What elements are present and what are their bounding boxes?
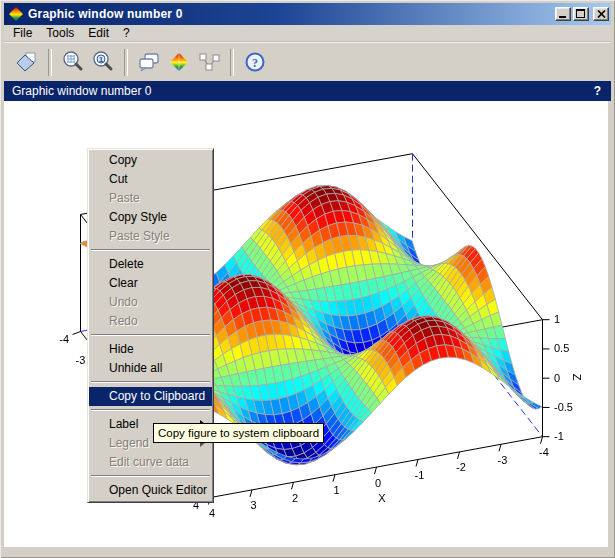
infobar-help-icon[interactable]: ? <box>594 84 601 98</box>
menu-item-unhide-all[interactable]: Unhide all <box>89 359 212 378</box>
menu-item-copy-to-clipboard[interactable]: Copy to Clipboard <box>89 387 212 406</box>
svg-text:1: 1 <box>99 55 104 64</box>
menu-item-redo: Redo <box>89 312 212 331</box>
figure-info-bar: Graphic window number 0 ? <box>4 81 611 101</box>
original-view-icon: 1 <box>91 50 115 74</box>
menu-item-label: Unhide all <box>109 361 162 375</box>
figure-info-text: Graphic window number 0 <box>12 84 594 98</box>
rotate-3d-button[interactable] <box>166 49 192 75</box>
menu-item-clear[interactable]: Clear <box>89 274 212 293</box>
toolbar-separator <box>48 49 52 76</box>
menu-item-label: Delete <box>109 257 144 271</box>
minimize-icon <box>558 9 568 19</box>
datatips-button[interactable] <box>196 49 222 75</box>
figure-properties-button[interactable] <box>136 49 162 75</box>
menu-item-label: Undo <box>109 295 138 309</box>
original-view-button[interactable]: 1 <box>90 49 116 75</box>
menubar-item-file[interactable]: File <box>6 25 39 41</box>
menubar-item-help[interactable]: ? <box>116 25 137 41</box>
menu-item-label: Open Quick Editor <box>109 483 207 497</box>
minimize-button[interactable] <box>555 7 571 21</box>
menu-item-label: Copy Style <box>109 210 167 224</box>
tooltip: Copy figure to system clipboard <box>153 423 324 443</box>
menu-item-undo: Undo <box>89 293 212 312</box>
menu-item-copy[interactable]: Copy <box>89 151 212 170</box>
menu-item-hide[interactable]: Hide <box>89 340 212 359</box>
menu-item-label: Hide <box>109 342 134 356</box>
menu-item-label: Cut <box>109 172 128 186</box>
menu-item-paste: Paste <box>89 189 212 208</box>
menubar-item-tools[interactable]: Tools <box>39 25 81 41</box>
menu-item-label: Label <box>109 417 138 431</box>
menu-item-label: Paste Style <box>109 229 170 243</box>
title-bar[interactable]: Graphic window number 0 <box>4 3 611 25</box>
window-controls <box>555 7 609 21</box>
zoom-area-button[interactable] <box>60 49 86 75</box>
toolbar: 1 <box>4 42 611 81</box>
export-figure-button[interactable] <box>14 49 40 75</box>
datatips-icon <box>197 50 221 74</box>
menu-item-copy-style[interactable]: Copy Style <box>89 208 212 227</box>
menu-item-label: Edit curve data <box>109 455 189 469</box>
toolbar-separator <box>124 49 128 76</box>
figure-properties-icon <box>137 50 161 74</box>
help-button[interactable]: ? <box>242 49 268 75</box>
close-button[interactable] <box>593 7 609 21</box>
menu-bar: FileToolsEdit? <box>4 25 611 42</box>
menu-item-delete[interactable]: Delete <box>89 255 212 274</box>
export-figure-icon <box>15 50 39 74</box>
menu-item-label: Legend <box>109 436 149 450</box>
rotate-3d-icon <box>167 50 191 74</box>
menu-separator <box>89 378 212 387</box>
menu-item-label: Copy to Clipboard <box>109 389 205 403</box>
menubar-item-edit[interactable]: Edit <box>81 25 116 41</box>
menu-separator <box>89 472 212 481</box>
maximize-icon <box>576 9 586 19</box>
menu-item-cut[interactable]: Cut <box>89 170 212 189</box>
help-icon: ? <box>243 50 267 74</box>
toolbar-separator <box>230 49 234 76</box>
close-icon <box>597 10 606 18</box>
menu-item-label: Clear <box>109 276 138 290</box>
zoom-area-icon <box>61 50 85 74</box>
menu-separator <box>89 246 212 255</box>
app-icon <box>8 6 24 22</box>
menu-item-label: Paste <box>109 191 140 205</box>
window-title: Graphic window number 0 <box>28 7 555 21</box>
maximize-button[interactable] <box>573 7 589 21</box>
menu-item-label: Copy <box>109 153 137 167</box>
menu-separator <box>89 331 212 340</box>
svg-text:?: ? <box>252 56 258 70</box>
menu-item-paste-style: Paste Style <box>89 227 212 246</box>
menu-item-open-quick-editor[interactable]: Open Quick Editor <box>89 481 212 500</box>
menu-item-label: Redo <box>109 314 138 328</box>
menu-item-edit-curve-data: Edit curve data <box>89 453 212 472</box>
menu-separator <box>89 406 212 415</box>
context-menu: CopyCutPasteCopy StylePaste StyleDeleteC… <box>87 148 214 503</box>
